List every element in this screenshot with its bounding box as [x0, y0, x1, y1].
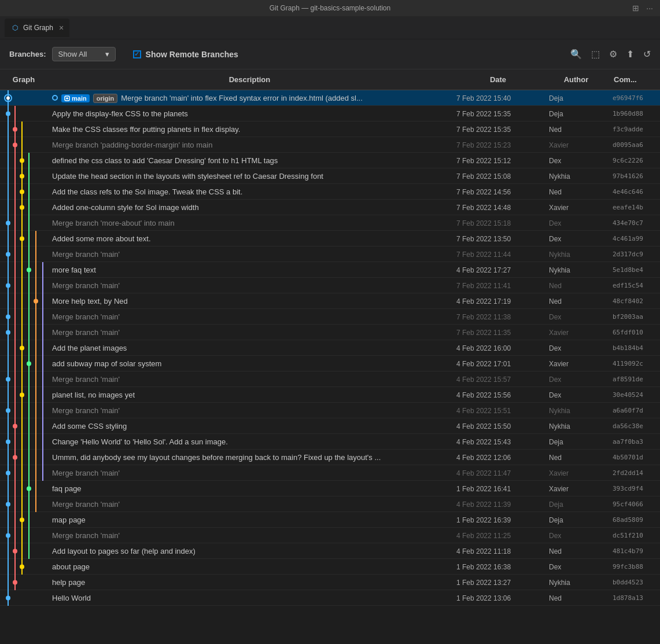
desc-cell: help page: [47, 578, 452, 587]
col-date-header: Date: [452, 75, 544, 84]
commit-date: 7 Feb 2022 11:41: [452, 282, 544, 290]
commit-author: Nykhia: [544, 579, 608, 587]
table-row[interactable]: map page1 Feb 2022 16:39Deja68ad5809: [0, 512, 660, 528]
commit-description: Add layout to pages so far (help and ind…: [52, 547, 196, 555]
table-row[interactable]: Ummm, did anybody see my layout changes …: [0, 450, 660, 465]
commit-date: 1 Feb 2022 16:39: [452, 516, 544, 524]
table-row[interactable]: Add layout to pages so far (help and ind…: [0, 543, 660, 559]
svg-point-68: [6, 284, 10, 288]
commit-description: help page: [52, 578, 85, 587]
graph-cell: [0, 309, 47, 325]
table-row[interactable]: Merge branch 'main'4 Feb 2022 11:39Deja9…: [0, 496, 660, 512]
table-row[interactable]: Merge branch 'main'4 Feb 2022 11:25Dexdc…: [0, 528, 660, 543]
table-row[interactable]: Apply the display-flex CSS to the planet…: [0, 106, 660, 122]
commit-hash: eeafe14b: [608, 204, 660, 211]
commit-hash: 434e70c7: [608, 219, 660, 227]
commit-description: Added some more about text.: [52, 234, 151, 243]
more-icon[interactable]: ···: [646, 3, 653, 13]
tab-close-icon[interactable]: ×: [59, 23, 64, 32]
table-row[interactable]: Merge branch 'main'4 Feb 2022 15:51Nykhi…: [0, 403, 660, 418]
graph-cell: [0, 528, 47, 543]
commit-hash: 1d878a13: [608, 594, 660, 602]
commit-date: 7 Feb 2022 11:44: [452, 251, 544, 259]
svg-point-170: [6, 502, 10, 507]
commit-date: 4 Feb 2022 17:01: [452, 360, 544, 368]
commit-description: Merge branch 'main': [52, 328, 120, 337]
svg-point-158: [6, 471, 10, 476]
commit-hash: 1b960d88: [608, 110, 660, 117]
show-remote-checkbox[interactable]: ✓: [133, 50, 141, 58]
table-row[interactable]: Merge branch 'padding-border-margin' int…: [0, 137, 660, 153]
refresh-icon[interactable]: ↺: [643, 49, 651, 60]
table-row[interactable]: Add the class refs to the Sol image. Twe…: [0, 184, 660, 200]
git-graph-tab[interactable]: ⬡ Git Graph ×: [5, 19, 69, 37]
table-row[interactable]: defined the css class to add 'Caesar Dre…: [0, 153, 660, 168]
show-remote-branches[interactable]: ✓ Show Remote Branches: [133, 50, 238, 59]
table-row[interactable]: Hello World1 Feb 2022 13:06Ned1d878a13: [0, 590, 660, 606]
graph-cell: [0, 215, 47, 231]
table-row[interactable]: Merge branch 'main'7 Feb 2022 11:44Nykhi…: [0, 246, 660, 262]
table-row[interactable]: Add the planet images4 Feb 2022 16:00Dex…: [0, 340, 660, 356]
desc-cell: Add layout to pages so far (help and ind…: [47, 547, 452, 555]
commit-description: defined the css class to add 'Caesar Dre…: [52, 156, 278, 165]
settings-icon[interactable]: ⚙: [609, 49, 617, 60]
svg-point-2: [6, 97, 10, 100]
search-icon[interactable]: 🔍: [570, 49, 582, 60]
table-row[interactable]: add subway map of solar system4 Feb 2022…: [0, 356, 660, 371]
commit-author: Deja: [544, 110, 608, 118]
commit-description: Merge branch 'main': [52, 500, 120, 509]
fetch-icon[interactable]: ⬆: [626, 49, 634, 60]
table-row[interactable]: Added some more about text.7 Feb 2022 13…: [0, 231, 660, 246]
table-row[interactable]: faq page1 Feb 2022 16:41Xavier393cd9f4: [0, 481, 660, 496]
commit-author: Nykhia: [544, 407, 608, 415]
commit-author: Dex: [544, 235, 608, 243]
graph-cell: [0, 450, 47, 465]
graph-cell: [0, 90, 47, 106]
table-row[interactable]: help page1 Feb 2022 13:27Nykhiab0dd4523: [0, 575, 660, 590]
graph-cell: [0, 293, 47, 309]
table-row[interactable]: Added one-column style for Sol image wid…: [0, 200, 660, 215]
commit-description: Update the head section in the layouts w…: [52, 172, 323, 181]
table-row[interactable]: Merge branch 'main'4 Feb 2022 15:57Dexaf…: [0, 371, 660, 387]
commit-description: Change 'Hello World' to 'Hello Sol'. Add…: [52, 437, 228, 446]
commit-description: about page: [52, 562, 90, 571]
commit-author: Deja: [544, 438, 608, 446]
table-row[interactable]: Merge branch 'main'4 Feb 2022 11:47Xavie…: [0, 465, 660, 481]
table-row[interactable]: more faq text4 Feb 2022 17:27Nykhia5e1d8…: [0, 262, 660, 278]
commit-description: Merge branch 'main': [52, 375, 120, 384]
commit-description: Apply the display-flex CSS to the planet…: [52, 109, 188, 118]
table-row[interactable]: Merge branch 'main'7 Feb 2022 11:41Neded…: [0, 278, 660, 293]
desc-cell: Merge branch 'main': [47, 469, 452, 477]
table-row[interactable]: Update the head section in the layouts w…: [0, 168, 660, 184]
graph-cell: [0, 590, 47, 606]
commit-author: Xavier: [544, 485, 608, 493]
table-row[interactable]: mainoriginMerge branch 'main' into flex …: [0, 90, 660, 106]
commit-hash: 4119092c: [608, 360, 660, 367]
commit-author: Dex: [544, 157, 608, 165]
table-row[interactable]: Make the CSS classes ffor putting planet…: [0, 122, 660, 137]
table-row[interactable]: More help text, by Ned4 Feb 2022 17:19Ne…: [0, 293, 660, 309]
desc-cell: Merge branch 'main': [47, 281, 452, 290]
branches-select[interactable]: Show All ▾: [52, 47, 116, 61]
commit-author: Xavier: [544, 329, 608, 337]
table-row[interactable]: Merge branch 'main'7 Feb 2022 11:38Dexbf…: [0, 309, 660, 325]
commit-author: Deja: [544, 501, 608, 509]
table-row[interactable]: Merge branch 'more-about' into main7 Feb…: [0, 215, 660, 231]
commit-hash: 4b50701d: [608, 454, 660, 461]
table-row[interactable]: about page1 Feb 2022 16:38Dex99fc3b88: [0, 559, 660, 575]
table-row[interactable]: Add some CSS styling4 Feb 2022 15:50Nykh…: [0, 418, 660, 434]
graph-cell: [0, 403, 47, 418]
graph-cell: [0, 168, 47, 184]
table-row[interactable]: Merge branch 'main'7 Feb 2022 11:35Xavie…: [0, 325, 660, 340]
branches-label: Branches:: [9, 50, 46, 58]
svg-point-108: [27, 362, 31, 366]
svg-point-17: [13, 143, 17, 148]
desc-cell: Merge branch 'main': [47, 312, 452, 321]
commit-date: 1 Feb 2022 16:41: [452, 485, 544, 493]
table-row[interactable]: Change 'Hello World' to 'Hello Sol'. Add…: [0, 434, 660, 450]
col-commit-header: Com...: [608, 75, 660, 84]
table-row[interactable]: planet list, no images yet4 Feb 2022 15:…: [0, 387, 660, 403]
export-icon[interactable]: ⬚: [591, 49, 600, 60]
commit-date: 1 Feb 2022 16:38: [452, 563, 544, 571]
layout-icon[interactable]: ⊞: [632, 3, 639, 13]
